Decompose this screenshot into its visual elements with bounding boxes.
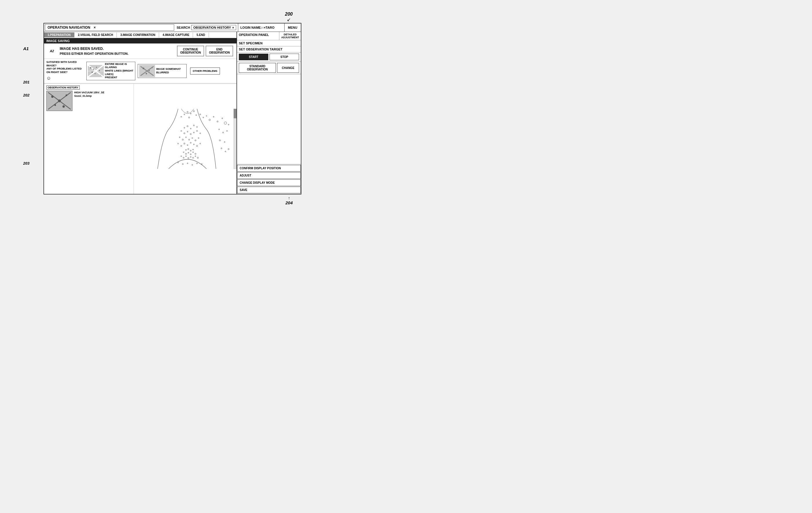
- message-area: A2 IMAGE HAS BEEN SAVED. PRESS EITHER RI…: [44, 44, 236, 59]
- step-1[interactable]: 1.PREPARATION: [44, 32, 75, 37]
- problems-row: SATISFIED WITH SAVED IMAGE? ANY OF PROBL…: [44, 59, 236, 83]
- op-panel-title: OPERATION PANEL: [237, 32, 279, 40]
- ref-a1-label: A1: [23, 46, 44, 51]
- menu-button[interactable]: MENU: [284, 24, 301, 32]
- problem-2-item[interactable]: IMAGE SOMEWHAT BLURRED: [138, 64, 186, 78]
- detailed-adjustment-button[interactable]: DETAILED ADJUSTMENT: [279, 32, 301, 40]
- problem-2-thumbnail: [139, 65, 155, 77]
- image-saving-bar: IMAGE SAVING: [44, 38, 236, 44]
- observation-buttons: CONTINUE OBSERVATION END OBSERVATION: [177, 46, 233, 56]
- set-specimen-section: SET SPECIMEN: [237, 40, 301, 46]
- confirm-display-position-button[interactable]: CONFIRM DISPLAY POSITION: [237, 165, 301, 172]
- obs-history-panel: OBSERVATION HISTORY: [44, 84, 134, 194]
- right-panel-spacer: [237, 74, 301, 164]
- svg-point-16: [146, 73, 147, 74]
- svg-point-8: [95, 73, 96, 74]
- obs-history-caption-line1: HIGH VACUUM 15kV_SE: [74, 91, 104, 94]
- right-panel: OPERATION PANEL DETAILED ADJUSTMENT SET …: [237, 32, 301, 194]
- search-close-button[interactable]: ×: [232, 26, 234, 29]
- message-text: IMAGE HAS BEEN SAVED. PRESS EITHER RIGHT…: [60, 47, 174, 55]
- search-label: SEARCH: [177, 26, 190, 29]
- steps-bar: 1.PREPARATION 2.VISUAL FIELD SEARCH 3.IM…: [44, 32, 236, 38]
- continue-observation-button[interactable]: CONTINUE OBSERVATION: [177, 46, 204, 56]
- ref-201-label: 201: [23, 80, 44, 84]
- smiley-icon: ☺: [47, 75, 84, 81]
- message-line2: PRESS EITHER RIGHT OPERATION BUTTON.: [60, 52, 174, 55]
- obs-history-caption-line2: Sozoi_01.bmp: [74, 94, 104, 98]
- svg-point-25: [63, 105, 65, 108]
- start-stop-row: START STOP: [237, 53, 301, 62]
- step-3[interactable]: 3.IMAGE CONFIRMATION: [117, 32, 159, 37]
- problem-1-thumbnail: [88, 65, 104, 77]
- change-button[interactable]: CHANGE: [277, 63, 299, 73]
- stop-button[interactable]: STOP: [269, 54, 299, 60]
- svg-rect-26: [134, 109, 236, 169]
- search-box: OBSERVATION HISTORY ×: [191, 25, 236, 30]
- end-observation-button[interactable]: END OBSERVATION: [206, 46, 233, 56]
- content-area: 1.PREPARATION 2.VISUAL FIELD SEARCH 3.IM…: [44, 32, 301, 194]
- svg-point-3: [90, 67, 91, 68]
- main-image-area: HIGH VACUUM 15kV_SE ×10000: [134, 84, 236, 194]
- svg-point-23: [65, 94, 67, 96]
- svg-point-21: [51, 95, 54, 98]
- search-area: SEARCH OBSERVATION HISTORY ×: [175, 24, 238, 32]
- svg-point-22: [58, 99, 61, 102]
- login-area: LOGIN NAME:○×TARO: [238, 24, 284, 32]
- svg-point-15: [149, 70, 150, 71]
- nav-close-button[interactable]: ×: [94, 26, 96, 30]
- set-observation-target-section: SET OBSERVATION TARGET: [237, 46, 301, 53]
- problems-text: SATISFIED WITH SAVED IMAGE? ANY OF PROBL…: [47, 61, 84, 81]
- change-display-mode-button[interactable]: CHANGE DISPLAY MODE: [237, 179, 301, 186]
- nav-area: OPERATION NAVIGATION ×: [45, 24, 174, 31]
- other-problems-button[interactable]: OTHER PROBLEMS: [190, 67, 220, 75]
- step-5[interactable]: 5.END: [193, 32, 209, 37]
- main-bottom: OBSERVATION HISTORY: [44, 83, 236, 194]
- svg-rect-103: [234, 109, 236, 118]
- problem-2-label: IMAGE SOMEWHAT BLURRED: [156, 67, 185, 74]
- search-box-text: OBSERVATION HISTORY: [193, 26, 231, 29]
- bottom-buttons: CONFIRM DISPLAY POSITION ADJUST CHANGE D…: [237, 164, 301, 194]
- standard-observation-button[interactable]: STANDARD OBSERVATION: [239, 63, 276, 73]
- svg-point-4: [93, 69, 94, 69]
- svg-point-6: [96, 67, 97, 67]
- ref-203-label: 203: [23, 161, 44, 166]
- ref-204-label: 204: [285, 200, 293, 205]
- login-label: LOGIN NAME:○×TARO: [240, 26, 274, 29]
- step-2[interactable]: 2.VISUAL FIELD SEARCH: [75, 32, 117, 37]
- step-4[interactable]: 4.IMAGE CAPTURE: [159, 32, 193, 37]
- main-panel: 1.PREPARATION 2.VISUAL FIELD SEARCH 3.IM…: [44, 32, 237, 194]
- svg-point-24: [55, 104, 56, 106]
- obs-history-thumbnail: [47, 91, 72, 111]
- ref-200-label: 200: [285, 11, 293, 17]
- nav-label: OPERATION NAVIGATION: [48, 26, 90, 30]
- svg-point-17: [152, 67, 153, 68]
- adjust-button[interactable]: ADJUST: [237, 172, 301, 179]
- header-bar: OPERATION NAVIGATION × SEARCH OBSERVATIO…: [44, 24, 301, 32]
- problem-1-label: ENTIRE IMAGE IS GLARING WHITE LINES (BRI…: [105, 63, 134, 79]
- a2-ref-indicator: A2: [48, 49, 56, 53]
- svg-point-9: [100, 75, 101, 75]
- obs-history-label: OBSERVATION HISTORY: [47, 86, 80, 90]
- microscope-image: [134, 84, 236, 194]
- svg-point-14: [143, 67, 144, 69]
- start-button[interactable]: START: [239, 54, 268, 60]
- message-line1: IMAGE HAS BEEN SAVED.: [60, 47, 174, 51]
- problem-1-item[interactable]: ENTIRE IMAGE IS GLARING WHITE LINES (BRI…: [86, 62, 135, 80]
- standard-observation-row: STANDARD OBSERVATION CHANGE: [237, 62, 301, 74]
- ref-202-label: 202: [23, 93, 44, 97]
- op-panel-header: OPERATION PANEL DETAILED ADJUSTMENT: [237, 32, 301, 40]
- svg-point-5: [92, 72, 93, 73]
- save-button[interactable]: SAVE: [237, 187, 301, 193]
